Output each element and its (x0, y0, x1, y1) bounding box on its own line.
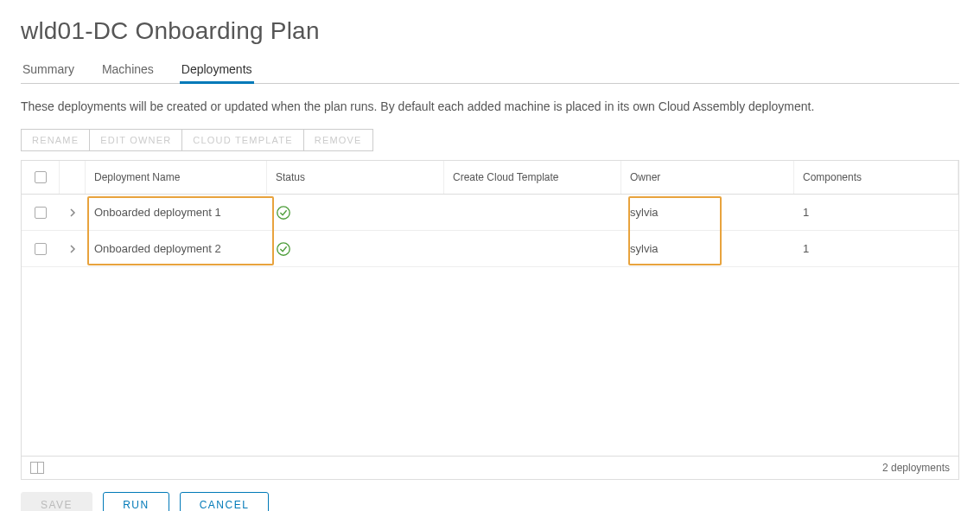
rename-button[interactable]: RENAME (21, 129, 90, 151)
header-checkbox-cell (22, 161, 60, 194)
row-template (444, 206, 621, 220)
svg-point-0 (277, 206, 290, 218)
row-template (444, 242, 621, 256)
edit-owner-button[interactable]: EDIT OWNER (90, 129, 182, 151)
svg-point-1 (277, 242, 290, 254)
run-button[interactable]: RUN (103, 492, 169, 511)
row-checkbox[interactable] (35, 243, 47, 255)
table-body: Onboarded deployment 1 sylvia 1 Onboarde… (22, 195, 958, 456)
column-toggle-icon[interactable] (30, 462, 44, 474)
header-name[interactable]: Deployment Name (86, 161, 267, 194)
row-checkbox-cell (22, 236, 60, 262)
tab-deployments[interactable]: Deployments (180, 57, 254, 83)
header-template[interactable]: Create Cloud Template (444, 161, 621, 194)
save-button: SAVE (21, 492, 92, 511)
row-components: 1 (794, 199, 958, 226)
cloud-template-button[interactable]: CLOUD TEMPLATE (182, 129, 303, 151)
action-bar: SAVE RUN CANCEL (21, 492, 959, 511)
header-components[interactable]: Components (794, 161, 958, 194)
row-owner: sylvia (621, 199, 794, 226)
remove-button[interactable]: REMOVE (304, 129, 373, 151)
row-components: 1 (794, 235, 958, 262)
row-checkbox-cell (22, 200, 60, 226)
chevron-right-icon[interactable] (68, 208, 77, 217)
header-owner[interactable]: Owner (621, 161, 794, 194)
row-expand-cell (60, 201, 86, 224)
row-expand-cell (60, 238, 86, 260)
table-header: Deployment Name Status Create Cloud Temp… (22, 161, 958, 195)
header-expand-cell (60, 161, 86, 194)
description-text: These deployments will be created or upd… (21, 99, 959, 113)
tabs: Summary Machines Deployments (21, 57, 959, 84)
row-status (267, 234, 444, 264)
footer-count: 2 deployments (882, 462, 950, 474)
table-row[interactable]: Onboarded deployment 2 sylvia 1 (22, 231, 958, 267)
page-title: wld01-DC Onboarding Plan (21, 17, 959, 45)
toolbar: RENAME EDIT OWNER CLOUD TEMPLATE REMOVE (21, 129, 959, 151)
row-checkbox[interactable] (35, 207, 47, 219)
status-ok-icon (276, 205, 291, 220)
chevron-right-icon[interactable] (68, 245, 77, 253)
row-name: Onboarded deployment 1 (86, 199, 267, 226)
status-ok-icon (276, 241, 291, 257)
cancel-button[interactable]: CANCEL (180, 492, 270, 511)
select-all-checkbox[interactable] (35, 171, 47, 183)
row-status (267, 198, 444, 227)
table-row[interactable]: Onboarded deployment 1 sylvia 1 (22, 195, 958, 231)
tab-machines[interactable]: Machines (100, 57, 156, 83)
header-status[interactable]: Status (267, 161, 444, 194)
row-name: Onboarded deployment 2 (86, 235, 267, 262)
row-owner: sylvia (621, 235, 794, 262)
deployments-table: Deployment Name Status Create Cloud Temp… (21, 160, 959, 480)
tab-summary[interactable]: Summary (21, 57, 76, 83)
table-footer: 2 deployments (22, 456, 958, 479)
